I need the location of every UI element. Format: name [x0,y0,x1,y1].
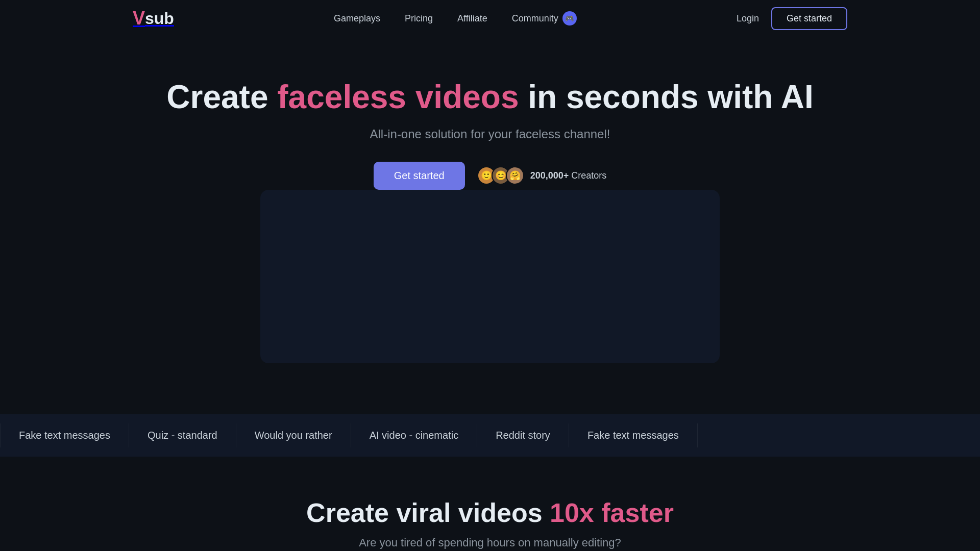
nav-pricing[interactable]: Pricing [405,13,433,23]
hero-cta: Get started 🙂 😊 🤗 200,000+ Creators [10,162,970,190]
login-button[interactable]: Login [737,13,759,24]
tag-fake-text-2: Fake text messages [569,423,698,447]
logo-v: V [133,8,145,29]
hero-title: Create faceless videos in seconds with A… [10,78,970,117]
tag-would-you-rather: Would you rather [236,423,351,447]
avatar-3: 🤗 [506,166,524,185]
video-preview [260,190,720,363]
creators-badge: 🙂 😊 🤗 200,000+ Creators [477,166,607,185]
avatars: 🙂 😊 🤗 [477,166,524,185]
nav-links: Gameplays Pricing Affiliate Community 🎮 [334,11,577,26]
logo[interactable]: Vsub [133,8,174,29]
viral-section: Create viral videos 10x faster Are you t… [0,497,980,551]
tag-reddit-story: Reddit story [477,423,569,447]
nav-get-started-button[interactable]: Get started [771,7,847,30]
tag-fake-text-1: Fake text messages [0,423,129,447]
nav-gameplays[interactable]: Gameplays [334,13,380,23]
tag-quiz-standard: Quiz - standard [129,423,236,447]
discord-icon: 🎮 [562,11,577,26]
hero-get-started-button[interactable]: Get started [374,162,465,190]
logo-sub: sub [145,9,174,28]
viral-title: Create viral videos 10x faster [10,497,970,528]
hero-subtitle: All-in-one solution for your faceless ch… [10,127,970,141]
navbar: Vsub Gameplays Pricing Affiliate Communi… [0,0,980,37]
tag-ai-video-cinematic: AI video - cinematic [351,423,478,447]
nav-affiliate[interactable]: Affiliate [457,13,487,23]
tags-strip: Fake text messages Quiz - standard Would… [0,414,980,457]
viral-subtitle: Are you tired of spending hours on manua… [10,536,970,549]
tags-inner: Fake text messages Quiz - standard Would… [0,423,980,447]
nav-community[interactable]: Community 🎮 [512,11,577,26]
nav-actions: Login Get started [737,7,847,30]
creators-text: 200,000+ Creators [530,170,607,181]
hero-section: Create faceless videos in seconds with A… [0,37,980,414]
